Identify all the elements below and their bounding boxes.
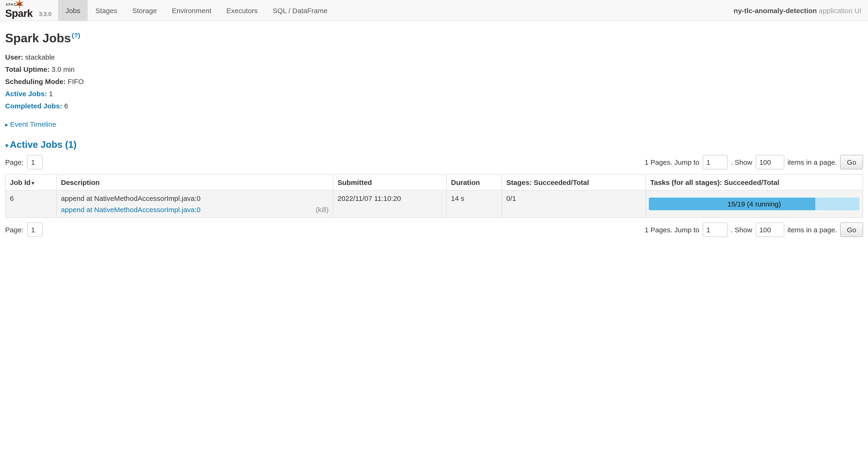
page-label: Page: [5,226,24,234]
tab-sql-dataframe[interactable]: SQL / DataFrame [265,0,335,21]
items-text: items in a page. [787,158,837,166]
tab-executors[interactable]: Executors [219,0,265,21]
event-timeline-label: Event Timeline [10,120,56,128]
job-stages-cell: 0/1 [502,190,646,218]
col-stages[interactable]: Stages: Succeeded/Total [502,174,646,190]
collapse-down-arrow-icon: ▾ [5,142,8,149]
jump-to-input[interactable] [703,155,727,169]
pages-jump-text: 1 Pages. Jump to [645,226,699,234]
pages-jump-text: 1 Pages. Jump to [645,158,699,166]
job-id-cell: 6 [5,190,57,218]
job-tasks-cell: 15/19 (4 running) [646,190,863,218]
tab-jobs[interactable]: Jobs [58,0,88,21]
spark-wordmark: Spark [5,8,33,19]
items-per-page-input[interactable] [755,155,784,169]
tab-stages[interactable]: Stages [88,0,125,21]
col-duration[interactable]: Duration [446,174,502,190]
apache-label: APACHE [6,3,22,6]
col-submitted[interactable]: Submitted [333,174,446,190]
active-jobs-heading-label: Active Jobs (1) [10,139,76,150]
show-text: . Show [731,226,752,234]
user-label: User: [5,53,23,61]
completed-jobs-count: 6 [64,102,68,110]
collapse-right-arrow-icon: ▸ [5,121,8,128]
col-job-id-label: Job Id [10,178,30,186]
job-description-text: append at NativeMethodAccessorImpl.java:… [61,193,329,203]
page-title-text: Spark Jobs [5,31,71,45]
page-label: Page: [5,158,24,166]
top-navbar: ✶ APACHE Spark 3.3.0 Jobs Stages Storage… [0,0,868,21]
help-link[interactable]: (?) [72,32,80,39]
pagination-bar: Page: 1 Pages. Jump to . Show items in a… [5,223,863,237]
spark-logo-mark: ✶ APACHE Spark [5,1,36,19]
col-tasks[interactable]: Tasks (for all stages): Succeeded/Total [646,174,863,190]
nav-tabs: Jobs Stages Storage Environment Executor… [58,0,335,21]
sort-desc-icon: ▾ [31,180,34,186]
job-description-cell: append at NativeMethodAccessorImpl.java:… [57,190,333,218]
summary-active-jobs: Active Jobs: 1 [5,89,863,98]
job-description-link[interactable]: append at NativeMethodAccessorImpl.java:… [61,205,200,215]
kill-link[interactable]: (kill) [316,205,329,215]
scheduling-mode-value: FIFO [68,78,84,85]
col-job-id[interactable]: Job Id▾ [5,174,57,190]
items-text: items in a page. [787,226,837,234]
summary-scheduling-mode: Scheduling Mode: FIFO [5,77,863,86]
main-content: Spark Jobs(?) User: stackable Total Upti… [0,31,868,248]
go-button[interactable]: Go [840,223,863,237]
summary-block: User: stackable Total Uptime: 3.0 min Sc… [5,52,863,111]
active-job-row: 6 append at NativeMethodAccessorImpl.jav… [5,190,863,218]
col-description[interactable]: Description [57,174,333,190]
tab-storage[interactable]: Storage [125,0,164,21]
active-jobs-link[interactable]: Active Jobs: [5,90,47,97]
tab-environment[interactable]: Environment [164,0,219,21]
page-number-input[interactable] [27,155,43,169]
go-button[interactable]: Go [840,155,863,169]
spark-logo[interactable]: ✶ APACHE Spark 3.3.0 [0,0,58,21]
application-ui-suffix: application UI [817,6,862,15]
tasks-progress-bar: 15/19 (4 running) [649,198,860,210]
table-header-row: Job Id▾ Description Submitted Duration S… [5,174,863,190]
progress-label: 15/19 (4 running) [649,198,860,210]
summary-uptime: Total Uptime: 3.0 min [5,64,863,74]
application-title: ny-tlc-anomaly-detection application UI [734,0,868,21]
page-title: Spark Jobs(?) [5,31,863,46]
application-name: ny-tlc-anomaly-detection [734,6,817,15]
active-jobs-table: Job Id▾ Description Submitted Duration S… [5,174,863,218]
user-value: stackable [25,53,55,61]
scheduling-mode-label: Scheduling Mode: [5,78,66,85]
show-text: . Show [731,158,752,166]
summary-completed-jobs: Completed Jobs: 6 [5,101,863,111]
items-per-page-input[interactable] [755,223,784,237]
job-duration-cell: 14 s [446,190,502,218]
uptime-label: Total Uptime: [5,65,50,73]
completed-jobs-link[interactable]: Completed Jobs: [5,102,62,110]
jump-to-input[interactable] [703,223,727,237]
spark-version: 3.3.0 [39,11,51,19]
pagination-bar: Page: 1 Pages. Jump to . Show items in a… [5,155,863,169]
page-number-input[interactable] [27,223,43,237]
uptime-value: 3.0 min [52,65,74,73]
job-submitted-cell: 2022/11/07 11:10:20 [333,190,446,218]
event-timeline-toggle[interactable]: ▸Event Timeline [5,120,863,128]
active-jobs-count: 1 [49,90,53,97]
summary-user: User: stackable [5,52,863,62]
active-jobs-heading[interactable]: ▾Active Jobs (1) [5,139,863,150]
